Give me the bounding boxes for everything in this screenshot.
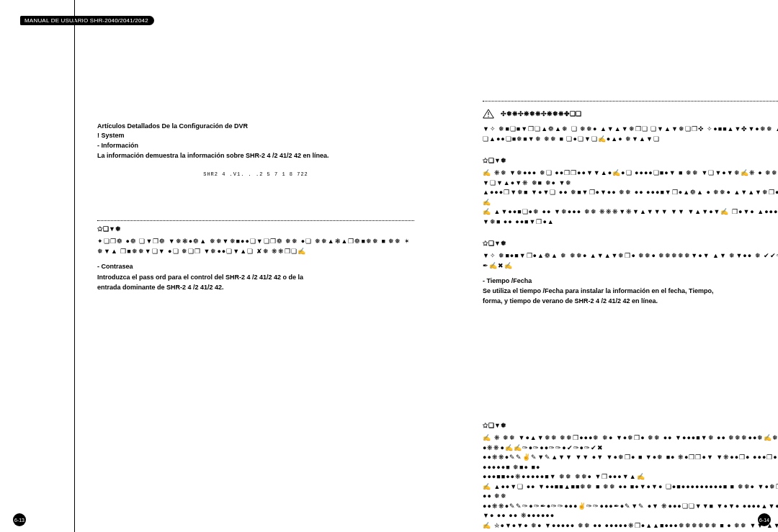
note3-line6: ✍ ✮●▼●▼● ❅● ▼●●●●● ❅❅ ●● ●●●●●❋❒●▲▲■●●●❅… [483, 521, 778, 532]
section-title: Artículos Detallados De la Configuración… [97, 122, 414, 130]
note1-line2: ▲●●●❒▼❅■ ▼●▼❏ ●● ❅■▼❒●▼●● ❅❅ ●● ●●●■▼❒●▲… [483, 188, 778, 207]
tiempo-text-1: Se utiliza el tiempo /Fecha para instala… [483, 287, 778, 295]
left-page: Artículos Detallados De la Configuración… [97, 43, 414, 293]
contrasea-label: - Contrasea [97, 262, 414, 271]
note-garbled-text: ✦❏❒❁ ●❁ ❏▼❒❁ ▼❅❃●❁▲ ❅❅▼❅■●●❏▼❏❒❁ ❅❅ ●❏ ❅… [97, 237, 414, 256]
note-label: ✩❏▼❅ [97, 225, 414, 233]
svg-point-1 [488, 116, 488, 117]
note3-line2: ●●❋❋●✎✎✌✎▼✎▲▼▼ ▼▼ ●▼ ▼●❅❒● ■ ▼●❅ ■● ❋●❒❒… [483, 453, 778, 472]
warning-label: ✣❅❋✣❋❅❋✣❋❅❋✤❏❏ [501, 110, 581, 117]
contrasea-text-2: entrada dominante de SHR-2 4 /2 41/2 42. [97, 283, 414, 292]
note3-line5: ●●❋❋●✎✎✑●✑✒●✑✑●●●✌✑✑●●●✒●✎▼✎ ●▼ ❋●●●❏❏▼▼… [483, 502, 778, 521]
note1-line1: ✍ ❋❅ ▼❅●●● ❅❏ ●●❒❒●●▼▼▲●✍●❏ ●●●●❏■●▼ ■ ❅… [483, 168, 778, 188]
warning-icon [483, 109, 494, 120]
dotted-separator [483, 101, 778, 102]
system-heading: ! System [97, 131, 414, 140]
page-number-right: 6-14 [758, 513, 771, 526]
note-label: ✩❏▼❅ [483, 240, 778, 247]
margin-rule [74, 0, 75, 532]
code-line: SHR2 4 .V1. . .2 5 7 1 8 722 [97, 171, 414, 177]
note3-line1: ✍ ❋ ❅❅ ▼●▲▼❅❅ ❅❅❒●●●❅ ❅● ▼●❅❒● ❅❅ ●● ▼●●… [483, 433, 778, 453]
tiempo-text-2: forma, y tiempo de verano de SHR-2 4 /2 … [483, 297, 778, 305]
note-label: ✩❏▼❅ [483, 422, 778, 429]
contrasea-text-1: Introduzca el pass ord para el control d… [97, 273, 414, 281]
note1-line3: ✍ ▲▼●●■❏●❅ ●● ▼❅●●● ❅❅ ❋❋❋▼❋▼▲▼▼▼ ▼▼ ▼▲▼… [483, 207, 778, 227]
note3-line4: ✍ ▲●●▼❏ ●● ▼●●■■▲■■❅❅ ■ ❅❅ ●● ■●▼●▼● ❏●■… [483, 482, 778, 502]
dotted-separator [97, 220, 414, 221]
note2-text: ▼✧ ❅■●■▼❒●▲❁▲ ❅ ❅❅● ▲▼▲▼❅❒● ❅❅● ❅❅❅❅❅▼●▼… [483, 251, 778, 271]
note3-line3: ●●●■■●●❋●●●●●■▼ ❅❅ ❅❅● ▼❒●●●▼▲✍ [483, 472, 778, 482]
warning-text: ▼✧ ❅■❏■▼❒❏▲❁▲❅ ❏ ❅❅● ▲▼▲▼❅❒❏ ❏▼▲▼❅❏❒✜ ✧●… [483, 125, 778, 144]
info-text: La información demuestra la información … [97, 151, 414, 160]
manual-header: MANUAL DE USUARIO SHR-2040/2041/2042 [20, 16, 154, 25]
page-number-left: 6-13 [13, 513, 26, 526]
info-label: - Información [97, 141, 414, 150]
right-page: ✣❅❋✣❋❅❋✣❋❅❋✤❏❏ ▼✧ ❅■❏■▼❒❏▲❁▲❅ ❏ ❅❅● ▲▼▲▼… [483, 43, 778, 532]
tiempo-label: - Tiempo /Fecha [483, 276, 778, 285]
note-label: ✩❏▼❅ [483, 157, 778, 164]
